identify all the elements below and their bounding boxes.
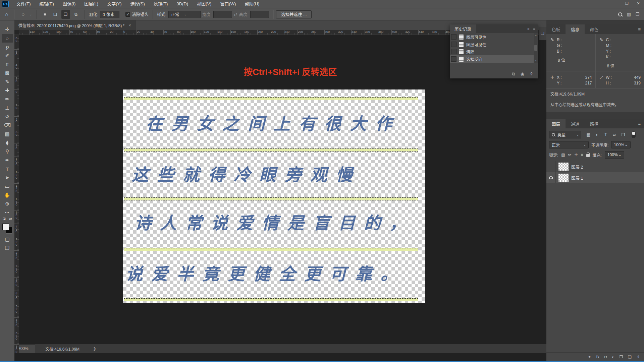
- close-tab-icon[interactable]: ×: [128, 23, 131, 28]
- layer-thumbnail[interactable]: [558, 163, 569, 171]
- menu-item[interactable]: 帮助(H): [240, 0, 264, 8]
- layout-icon[interactable]: ▥: [627, 12, 631, 17]
- workspace-icon[interactable]: ❒: [636, 12, 639, 17]
- menu-item[interactable]: 文字(Y): [103, 0, 126, 8]
- foreground-color-swatch[interactable]: [2, 224, 9, 230]
- lock-artboard-icon[interactable]: ⌗: [581, 153, 583, 157]
- vertical-ruler[interactable]: 8060402002040608010012014016018020022024…: [14, 35, 19, 353]
- swap-dimensions-icon[interactable]: ⇄: [234, 12, 237, 17]
- filter-adjustment-layers-icon[interactable]: ◐: [593, 131, 601, 138]
- layer-row[interactable]: 图层 1: [546, 172, 644, 183]
- adjustment-layer-icon[interactable]: ◐: [612, 355, 614, 359]
- new-layer-icon[interactable]: ❏: [628, 355, 632, 359]
- tool-button[interactable]: ▨: [2, 130, 13, 138]
- history-source-checkbox[interactable]: [451, 56, 457, 62]
- home-icon[interactable]: ⌂: [2, 11, 11, 17]
- panel-tab[interactable]: 通道: [566, 119, 585, 128]
- new-snapshot-icon[interactable]: ◉: [521, 71, 524, 76]
- menu-item[interactable]: 窗口(W): [216, 0, 240, 8]
- history-scrollbar[interactable]: ˄ ˅: [534, 33, 538, 63]
- history-state-row[interactable]: 清除: [450, 48, 538, 55]
- tool-button[interactable]: ⌗: [2, 60, 13, 69]
- layer-row[interactable]: 图层 2: [546, 161, 644, 172]
- collapsed-panel-dock[interactable]: ❏: [539, 27, 546, 40]
- tool-button[interactable]: ✛: [2, 25, 13, 34]
- selection-mode-button[interactable]: ❏: [51, 10, 60, 19]
- history-state-row[interactable]: 图层可见性: [450, 41, 538, 48]
- history-source-checkbox[interactable]: [451, 49, 457, 54]
- tool-preset[interactable]: ◌ ⌄: [17, 11, 34, 17]
- selection-mode-button[interactable]: ❐: [61, 10, 70, 19]
- filter-type-layers-icon[interactable]: T: [602, 131, 609, 138]
- layer-visibility-toggle[interactable]: [546, 161, 556, 172]
- scroll-up-icon[interactable]: ˄: [535, 34, 537, 37]
- search-icon[interactable]: [618, 12, 622, 16]
- maximize-icon[interactable]: ❐: [621, 0, 633, 7]
- collapse-panel-icon[interactable]: »: [527, 26, 530, 31]
- history-tab[interactable]: 历史记录: [450, 24, 476, 33]
- width-input[interactable]: [213, 11, 232, 18]
- panel-tab[interactable]: 图层: [546, 119, 566, 128]
- tool-button[interactable]: ✋: [2, 191, 13, 199]
- ruler-origin-box[interactable]: [14, 30, 19, 35]
- filter-toggle[interactable]: [632, 131, 636, 138]
- panel-menu-icon[interactable]: ≡: [533, 26, 535, 31]
- menu-item[interactable]: 滤镜(T): [149, 0, 172, 8]
- close-icon[interactable]: ✕: [633, 0, 644, 7]
- layer-filter-select[interactable]: 类型 ⌄: [549, 131, 581, 138]
- panel-menu-icon[interactable]: ≡: [638, 27, 644, 32]
- new-group-icon[interactable]: ❒: [619, 355, 623, 359]
- menu-item[interactable]: 编辑(E): [35, 0, 58, 8]
- lock-transparency-icon[interactable]: ▨: [561, 153, 565, 157]
- antialias-checkbox[interactable]: ✓: [125, 12, 130, 17]
- menu-item[interactable]: 视图(V): [193, 0, 216, 8]
- screen-mode-icon[interactable]: ❐: [2, 244, 13, 252]
- add-layer-mask-icon[interactable]: ◘: [604, 355, 607, 359]
- layer-thumbnail[interactable]: [558, 174, 569, 182]
- tool-button[interactable]: ▭: [2, 182, 13, 191]
- panel-tab[interactable]: 路径: [585, 119, 604, 128]
- history-state-row[interactable]: 图层可见性: [450, 33, 538, 41]
- scroll-down-icon[interactable]: ˅: [535, 59, 537, 62]
- history-source-checkbox[interactable]: [451, 34, 457, 40]
- swap-colors-icon[interactable]: ⇄: [9, 217, 12, 222]
- blend-mode-select[interactable]: 正常 ⌄: [549, 141, 589, 148]
- tool-button[interactable]: ✏: [2, 95, 13, 104]
- menu-item[interactable]: 选择(S): [126, 0, 149, 8]
- delete-state-icon[interactable]: ⚱: [530, 71, 533, 76]
- tool-button[interactable]: ⚲: [2, 147, 13, 156]
- scrollbar-thumb[interactable]: [534, 45, 537, 51]
- layer-effects-icon[interactable]: fx: [596, 355, 599, 359]
- feather-input[interactable]: 0 像素: [100, 11, 119, 18]
- fill-input[interactable]: 100% ⌄: [605, 151, 624, 159]
- panel-tab[interactable]: 颜色: [585, 24, 604, 34]
- menu-item[interactable]: 图像(I): [58, 0, 80, 8]
- lock-position-icon[interactable]: ✛: [575, 153, 578, 157]
- tool-button[interactable]: ↺: [2, 112, 13, 121]
- tool-button[interactable]: ⊠: [2, 69, 13, 77]
- filter-pixel-layers-icon[interactable]: ▦: [585, 131, 592, 138]
- opacity-input[interactable]: 100% ⌄: [611, 141, 631, 148]
- filter-shape-layers-icon[interactable]: ▱: [611, 131, 618, 138]
- selection-mode-button[interactable]: ⧉: [72, 10, 80, 19]
- lock-all-icon[interactable]: [586, 154, 590, 157]
- edit-toolbar-icon[interactable]: •••: [2, 208, 13, 217]
- status-chevron-icon[interactable]: ❯: [93, 346, 96, 351]
- style-select[interactable]: 正常 ⌄: [168, 11, 201, 18]
- menu-item[interactable]: 3D(D): [172, 0, 193, 8]
- selection-mode-button[interactable]: ■: [41, 10, 49, 19]
- tool-button[interactable]: ℘: [2, 43, 13, 51]
- tool-button[interactable]: ◌: [2, 34, 13, 43]
- tool-button[interactable]: ⧫: [2, 138, 13, 147]
- height-input[interactable]: [250, 11, 269, 18]
- history-source-checkbox[interactable]: [451, 42, 457, 47]
- tool-button[interactable]: ✎: [2, 77, 13, 86]
- menu-item[interactable]: 图层(L): [80, 0, 103, 8]
- tool-button[interactable]: ✒: [2, 156, 13, 165]
- tool-button[interactable]: T: [2, 165, 13, 173]
- panel-tab[interactable]: 信息: [566, 24, 585, 34]
- new-document-from-state-icon[interactable]: ⧉: [512, 71, 515, 77]
- menu-item[interactable]: 文件(F): [12, 0, 35, 8]
- tool-button[interactable]: ⊕: [2, 199, 13, 208]
- lock-pixels-icon[interactable]: ✏: [568, 153, 572, 157]
